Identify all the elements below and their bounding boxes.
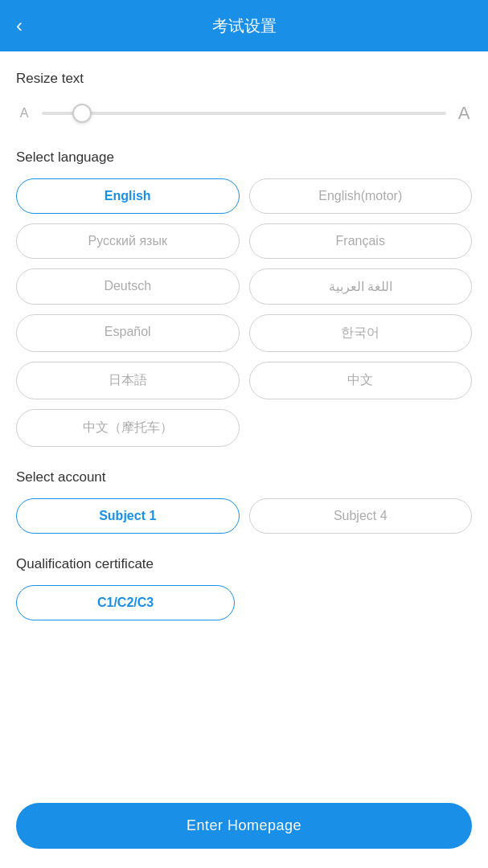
lang-btn-japanese[interactable]: 日本語 bbox=[16, 362, 240, 399]
certificate-section: Qualification certificate C1/C2/C3 bbox=[16, 556, 472, 620]
enter-homepage-button[interactable]: Enter Homepage bbox=[16, 803, 472, 849]
small-a-label: A bbox=[16, 106, 32, 121]
account-btn-subject4[interactable]: Subject 4 bbox=[249, 498, 473, 534]
lang-btn-spanish[interactable]: Español bbox=[16, 314, 240, 352]
back-button[interactable]: ‹ bbox=[16, 14, 23, 37]
main-content: Resize text A A Select language English … bbox=[0, 51, 488, 790]
lang-btn-korean[interactable]: 한국어 bbox=[249, 314, 473, 352]
language-section: Select language English English(motor) Р… bbox=[16, 149, 472, 447]
account-section-label: Select account bbox=[16, 469, 472, 485]
lang-btn-arabic[interactable]: اللغة العربية bbox=[249, 268, 473, 305]
page-title: 考试设置 bbox=[212, 15, 277, 37]
account-grid: Subject 1 Subject 4 bbox=[16, 498, 472, 534]
language-grid: English English(motor) Русский язык Fran… bbox=[16, 178, 472, 447]
account-section: Select account Subject 1 Subject 4 bbox=[16, 469, 472, 534]
lang-btn-deutsch[interactable]: Deutsch bbox=[16, 268, 240, 305]
footer: Enter Homepage bbox=[0, 790, 488, 868]
resize-text-section: Resize text A A bbox=[16, 71, 472, 127]
cert-btn-c1c2c3[interactable]: C1/C2/C3 bbox=[16, 585, 235, 620]
lang-btn-chinese[interactable]: 中文 bbox=[249, 362, 473, 399]
certificate-section-label: Qualification certificate bbox=[16, 556, 472, 572]
slider-thumb[interactable] bbox=[72, 104, 92, 123]
slider-row: A A bbox=[16, 100, 472, 127]
app-header: ‹ 考试设置 bbox=[0, 0, 488, 51]
lang-btn-french[interactable]: Français bbox=[249, 223, 473, 259]
account-btn-subject1[interactable]: Subject 1 bbox=[16, 498, 240, 534]
slider-track[interactable] bbox=[42, 112, 446, 115]
resize-text-label: Resize text bbox=[16, 71, 472, 87]
language-section-label: Select language bbox=[16, 149, 472, 166]
large-a-label: A bbox=[456, 103, 472, 124]
back-icon: ‹ bbox=[16, 14, 23, 37]
lang-btn-russian[interactable]: Русский язык bbox=[16, 223, 240, 259]
lang-btn-chinese-motor[interactable]: 中文（摩托车） bbox=[16, 409, 240, 447]
lang-btn-english-motor[interactable]: English(motor) bbox=[249, 178, 473, 214]
lang-btn-english[interactable]: English bbox=[16, 178, 240, 214]
